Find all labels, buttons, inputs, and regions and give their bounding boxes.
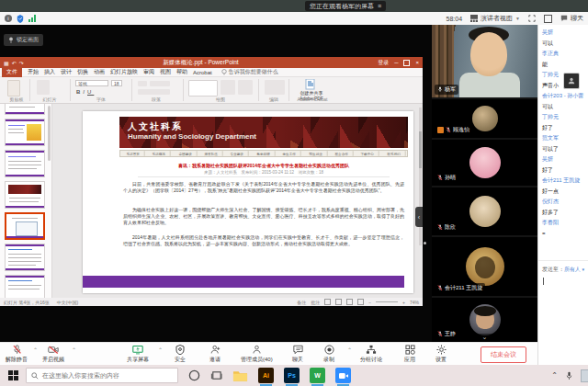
lock-view-button[interactable]: 锁定画面 [4,34,43,46]
ppt-signin-button[interactable]: 登录 [378,59,389,67]
font-size-box[interactable]: 18 [111,80,122,86]
tab-insert[interactable]: 插入 [44,68,55,76]
zoom-level[interactable]: 74% [410,300,419,305]
paragraph-buttons[interactable] [138,89,170,95]
record-options-caret[interactable]: ⌃ [347,346,352,353]
share-options-caret[interactable]: ⌃ [158,346,163,353]
tab-file[interactable]: 文件 [2,67,22,77]
chat-sender[interactable]: 会计211 王凯旋 [542,176,588,187]
viewer-banner-menu-icon[interactable]: ≡ [378,3,381,9]
slide-thumbnail[interactable] [5,244,45,271]
send-to-selector[interactable]: 发送至：所有人 ▾ [542,266,584,274]
font-name-box[interactable]: 等线 [75,80,108,86]
normal-view-icon[interactable] [324,299,331,305]
arrange-button[interactable] [220,80,235,95]
chat-sender[interactable]: 会计203 - 孙小蕾 [542,91,588,102]
fullscreen-icon[interactable] [528,15,536,22]
chat-sender[interactable]: 吴妍 [542,154,588,165]
bullets-button[interactable] [138,81,147,86]
editing-buttons[interactable] [265,80,285,95]
tab-acrobat[interactable]: Acrobat [193,70,212,75]
comments-toggle[interactable]: 批注 [311,300,320,305]
slide-thumbnail[interactable] [5,181,45,209]
tab-home[interactable]: 开始 [28,68,39,76]
breakout-rooms-button[interactable]: 分组讨论 [360,345,382,364]
camera-options-caret[interactable]: ⌃ [72,346,76,353]
canvas-scrollbar-thumb[interactable] [419,131,422,168]
tab-help[interactable]: 帮助 [176,68,187,76]
slide-thumbnail-selected[interactable] [5,212,45,240]
start-button[interactable] [8,370,18,380]
hidden-icons-caret[interactable]: ⌃ [551,371,558,380]
slideshow-view-icon[interactable] [357,299,364,305]
cortana-icon[interactable] [188,369,200,381]
thumbnail-scrollbar[interactable] [48,106,51,161]
align-buttons[interactable] [150,81,170,86]
meeting-app-icon[interactable] [335,368,351,383]
tab-transitions[interactable]: 切换 [77,68,88,76]
current-slide[interactable]: 人文社科系 Humanity and Sociology Department … [83,111,413,293]
zoom-out-icon[interactable]: − [368,300,371,305]
tell-me-box[interactable]: 告诉我你想要做什么 [221,68,278,76]
video-tile[interactable]: 杨军 [432,25,537,97]
video-tile[interactable]: 陈欣 [432,187,537,235]
manage-members-button[interactable]: 管理成员(40) [241,345,273,364]
settings-button[interactable]: 设置 [435,345,447,364]
floating-participant-thumb[interactable] [563,73,580,89]
shapes-gallery[interactable] [188,80,218,96]
chat-panel-title[interactable]: 聊天 [560,14,583,23]
chat-sender[interactable]: 丁帅元 [542,112,588,123]
illustrator-icon[interactable]: Ai [258,368,274,383]
notes-toggle[interactable]: 备注 [297,300,306,305]
ppt-quick-access-toolbar[interactable]: ▦↶↷ [4,60,24,66]
tray-partial-icon[interactable] [581,369,588,382]
photoshop-icon[interactable]: Ps [284,368,300,383]
tab-view[interactable]: 视图 [160,68,171,76]
taskbar-search[interactable]: 在这里输入你要搜索的内容 [26,368,178,383]
zoom-in-icon[interactable]: + [402,300,405,305]
collapse-tiles-chevron-icon[interactable]: ⌄ [477,334,493,341]
tray-mic-icon[interactable] [565,371,573,380]
invite-button[interactable]: 邀请 [209,345,220,364]
paste-button[interactable] [7,80,20,96]
video-tile[interactable]: 会计211 王凯旋 [432,237,537,296]
unmute-button[interactable]: 解除静音 ⌃ [6,345,28,364]
chat-sender[interactable]: 倪灯杰 [542,197,588,208]
tab-design[interactable]: 设计 [61,68,72,76]
video-tile[interactable]: 王静 ⌄ [432,298,537,342]
file-explorer-icon[interactable] [232,369,248,382]
chat-sender[interactable]: 范文军 [542,133,588,144]
tab-slideshow[interactable]: 幻灯片放映 [110,68,138,76]
new-slide-button[interactable] [37,80,50,95]
slide-thumbnail[interactable] [5,119,45,146]
tab-review[interactable]: 审阅 [143,68,154,76]
slide-thumbnail[interactable] [5,275,45,298]
start-video-button[interactable]: 开启视频 ⌃ [42,345,64,364]
view-mode-selector[interactable]: 演讲者视图 ▼ [470,14,520,23]
reading-view-icon[interactable] [346,299,353,305]
slide-thumbnail[interactable] [5,150,45,177]
video-tile[interactable]: 孙晴 [432,140,537,186]
chat-sender[interactable]: 李正典 [542,49,588,60]
chat-sender[interactable]: 李春阳 [542,218,588,229]
shield-icon[interactable] [17,15,24,23]
chat-button[interactable]: 聊天 [292,345,303,364]
record-button[interactable]: 录制 ⌃ [323,345,334,364]
share-screen-button[interactable]: 共享屏幕 ⌃ [127,345,149,364]
chat-sender[interactable]: 吴妍 [542,28,588,39]
panel-collapse-handle[interactable]: ‹ [415,207,423,227]
slide-thumbnail[interactable] [5,104,45,115]
end-meeting-button[interactable]: 结束会议 [481,346,526,363]
tab-animations[interactable]: 动画 [94,68,105,76]
minimize-icon[interactable]: ─ [394,60,398,65]
mic-options-caret[interactable]: ⌃ [33,346,38,353]
wps-icon[interactable]: W [310,368,325,383]
sorter-view-icon[interactable] [335,299,342,305]
acrobat-pdf-icon[interactable] [305,79,316,90]
network-signal-icon[interactable] [28,15,36,22]
zoom-slider[interactable] [376,301,398,302]
window-mode-icon[interactable] [544,15,552,23]
bold-italic-underline-buttons[interactable]: BIU [76,89,94,95]
maximize-icon[interactable] [403,60,410,66]
video-tile[interactable]: 顾逸怡 [432,99,537,138]
